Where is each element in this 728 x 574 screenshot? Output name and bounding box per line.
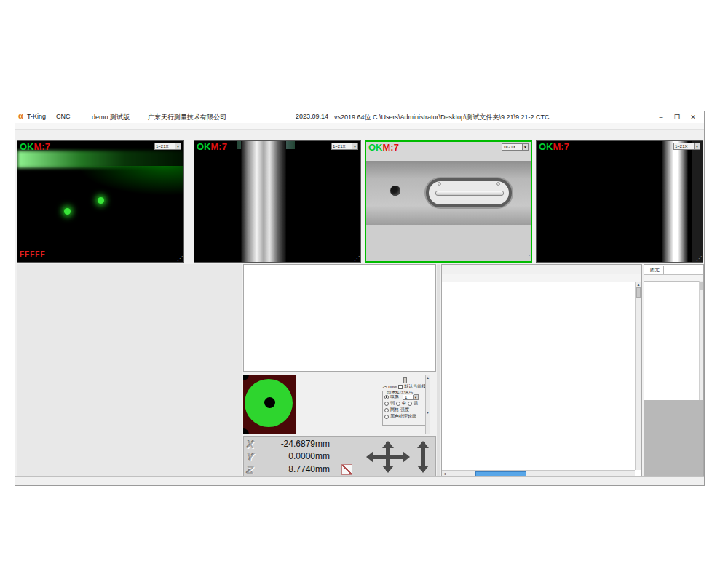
camera2-zoom-select[interactable]: 1=21X▼ — [331, 143, 358, 150]
scroll-thumb[interactable] — [636, 287, 641, 298]
camera1-glow2 — [67, 166, 183, 199]
mid-label: 中 — [402, 400, 406, 407]
y-axis-label: Y — [247, 450, 260, 463]
light-control-panel: 25.00% 默认当前模式 图像处理模式 取像 1▼ 弱 中 强 网格-强度 黑… — [243, 373, 436, 436]
chevron-down-icon[interactable]: ▼ — [522, 144, 528, 150]
panel-splitter[interactable] — [437, 264, 440, 477]
z-jog-arrows-icon[interactable] — [417, 442, 429, 471]
image-mode-title: 图像处理模式 — [385, 391, 414, 395]
ring-light-center — [264, 397, 275, 408]
camera3-slot — [426, 178, 512, 207]
capture-radio[interactable] — [384, 395, 389, 399]
chevron-down-icon: ▼ — [413, 395, 418, 399]
app-logo: α — [18, 111, 23, 120]
chevron-down-icon[interactable]: ▼ — [175, 143, 181, 149]
light-options: 25.00% 默认当前模式 图像处理模式 取像 1▼ 弱 中 强 网格-强度 黑… — [382, 375, 430, 434]
mid-radio[interactable] — [396, 402, 400, 406]
app-subtitle: CNC — [56, 113, 71, 120]
resize-grip-icon[interactable]: ⋰ — [524, 255, 530, 261]
status-bar — [15, 476, 704, 485]
camera-view-4[interactable]: OKM:7 1=21X▼ ⋰ — [536, 140, 703, 263]
menu-bar — [15, 123, 704, 130]
camera4-metal-bar — [662, 141, 688, 262]
image-mode-group: 图像处理模式 取像 1▼ 弱 中 强 网格-强度 黑色处理轮廓 — [382, 391, 430, 426]
camera2-metal-bar — [241, 141, 286, 262]
options-scrollbar[interactable]: ▲▼ — [425, 375, 430, 434]
camera3-hole — [390, 186, 400, 196]
app-title: T-King — [27, 113, 46, 120]
camera4-zoom-select[interactable]: 1=21X▼ — [673, 143, 700, 150]
maximize-button[interactable]: ❐ — [670, 113, 684, 122]
camera2-status: OKM:7 — [197, 141, 227, 152]
xy-jog-arrows-icon[interactable] — [368, 442, 408, 471]
weak-radio[interactable] — [384, 402, 389, 406]
ring-corner — [243, 375, 249, 380]
scroll-thumb[interactable] — [700, 282, 703, 290]
camera3-pin-end — [496, 182, 500, 186]
camera3-pin-end — [438, 182, 441, 186]
camera1-status: OKM:7 — [20, 141, 50, 152]
resize-grip-icon[interactable]: ⋰ — [354, 255, 360, 262]
diagonal-move-button[interactable] — [341, 464, 352, 475]
master-light-slider[interactable] — [384, 376, 427, 383]
default-mode-checkbox[interactable] — [398, 385, 403, 389]
results-vertical-scrollbar[interactable]: ▲ — [635, 282, 641, 470]
element-detail-panel: 图元 — [644, 264, 704, 477]
y-value: 0.0000mm — [260, 451, 330, 461]
tab-element[interactable]: 图元 — [646, 266, 664, 274]
camera3-pin — [435, 191, 504, 196]
measurement-lists — [17, 264, 242, 477]
ring-corner — [243, 428, 249, 434]
results-header-row — [442, 274, 641, 282]
grid-radio[interactable] — [384, 408, 389, 412]
camera-view-3-selected[interactable]: OKM:7 1=21X▼ ⋰ — [365, 140, 532, 263]
camera4-edge — [692, 141, 703, 262]
chevron-down-icon[interactable]: ▼ — [352, 143, 357, 149]
coordinate-readout: X-24.6879mm Y0.0000mm Z8.7740mm — [243, 436, 436, 477]
camera-view-2[interactable]: OKM:7 1=21X▼ ⋰ — [194, 140, 361, 263]
results-tabs — [442, 265, 641, 274]
chevron-down-icon[interactable]: ▼ — [694, 143, 700, 149]
camera3-part-bottom — [366, 225, 531, 261]
master-percent: 25.00% — [382, 385, 397, 389]
close-button[interactable]: ✕ — [687, 113, 700, 122]
measure-toolbox — [243, 264, 436, 372]
app-window: α T-King CNC demo 测试版 广东天行测量技术有限公司 2023.… — [15, 111, 705, 486]
title-bar: α T-King CNC demo 测试版 广东天行测量技术有限公司 2023.… — [15, 111, 704, 123]
file-path-label: vs2019 64位 C:\Users\Administrator\Deskto… — [334, 113, 550, 122]
weak-label: 弱 — [390, 400, 395, 407]
demo-label: demo 测试版 — [92, 113, 130, 122]
resize-grip-icon[interactable]: ⋰ — [696, 255, 702, 262]
contour-label: 黑色处理轮廓 — [390, 413, 416, 420]
date-label: 2023.09.14 — [296, 113, 328, 120]
results-table-panel: ▲ ◄ — [441, 264, 642, 477]
results-body — [442, 282, 635, 470]
resize-grip-icon[interactable]: ⋰ — [177, 255, 183, 262]
element-empty-area — [644, 400, 703, 477]
ring-light-preview[interactable] — [243, 375, 296, 434]
camera1-zoom-select[interactable]: 1=21X▼ — [154, 143, 181, 150]
camera1-dot — [98, 197, 104, 204]
grid-label: 网格-强度 — [390, 407, 409, 413]
camera-strip: OKM:7 1=21X▼ FFFFF ⋰ OKM:7 1=21X▼ ⋰ OKM:… — [15, 140, 704, 263]
camera3-status: OKM:7 — [368, 142, 399, 153]
contour-radio[interactable] — [384, 415, 389, 419]
toolbar — [15, 130, 704, 140]
x-value: -24.6879mm — [260, 439, 330, 449]
element-header-row — [644, 274, 703, 282]
element-scrollbar[interactable] — [699, 281, 703, 400]
camera4-status: OKM:7 — [539, 141, 569, 152]
x-axis-label: X — [247, 438, 260, 450]
strong-label: 强 — [414, 400, 418, 407]
z-value: 8.7740mm — [260, 464, 330, 474]
z-axis-label: Z — [247, 463, 260, 476]
minimize-button[interactable]: – — [654, 113, 668, 122]
strong-radio[interactable] — [408, 402, 412, 406]
camera1-overlay-text: FFFFF — [20, 250, 46, 258]
camera-view-1[interactable]: OKM:7 1=21X▼ FFFFF ⋰ — [17, 140, 184, 263]
company-label: 广东天行测量技术有限公司 — [148, 113, 226, 122]
camera1-dot — [64, 208, 71, 215]
camera3-zoom-select[interactable]: 1=21X▼ — [502, 143, 529, 151]
